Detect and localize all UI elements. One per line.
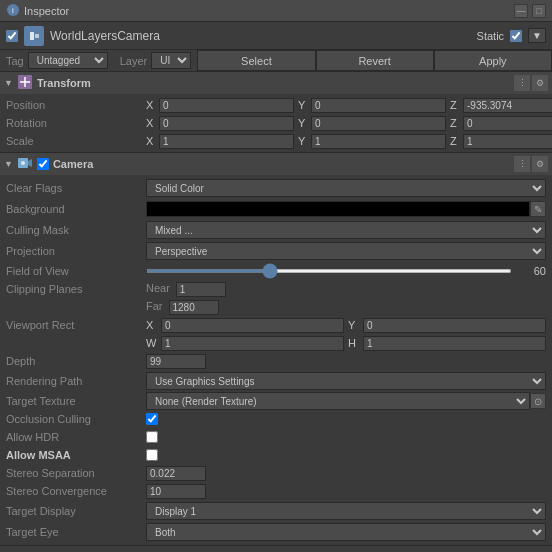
rotation-z-input[interactable] xyxy=(463,116,552,131)
maximize-button[interactable]: □ xyxy=(532,4,546,18)
rendering-path-label: Rendering Path xyxy=(6,375,146,387)
viewport-xy-row: Viewport Rect X Y xyxy=(6,316,546,334)
stereo-sep-input[interactable] xyxy=(146,466,206,481)
transform-section: ▼ Transform ⋮ ⚙ Position X Y xyxy=(0,72,552,153)
camera-settings-icon[interactable]: ⋮ xyxy=(514,156,530,172)
rotation-x-field: X xyxy=(146,116,294,131)
position-label: Position xyxy=(6,99,146,111)
object-header: WorldLayersCamera Static ▼ xyxy=(0,22,552,50)
svg-point-10 xyxy=(21,161,25,165)
fov-slider-container: 60 xyxy=(146,265,546,277)
object-name: WorldLayersCamera xyxy=(50,29,471,43)
viewport-w-input[interactable] xyxy=(161,336,344,351)
stereo-sep-label: Stereo Separation xyxy=(6,467,146,479)
transform-gear-icon[interactable]: ⚙ xyxy=(532,75,548,91)
occlusion-culling-checkbox[interactable] xyxy=(146,413,158,425)
layer-select[interactable]: UI xyxy=(151,52,191,69)
rendering-path-select[interactable]: Use Graphics Settings xyxy=(146,372,546,390)
position-y-input[interactable] xyxy=(311,98,446,113)
clear-flags-row: Clear Flags Solid Color xyxy=(0,178,552,198)
tag-select[interactable]: Untagged xyxy=(28,52,108,69)
viewport-xy-fields: X Y xyxy=(146,318,546,333)
svg-rect-3 xyxy=(30,32,34,40)
culling-mask-select[interactable]: Mixed ... xyxy=(146,221,546,239)
revert-button[interactable]: Revert xyxy=(316,50,434,71)
object-icon xyxy=(24,26,44,46)
viewport-y-input[interactable] xyxy=(363,318,546,333)
background-swatch-container: ✎ xyxy=(146,201,546,217)
occlusion-culling-row: Occlusion Culling xyxy=(0,410,552,428)
viewport-w-field: W xyxy=(146,336,344,351)
clipping-near-row: Clipping Planes Near xyxy=(0,280,552,298)
scale-z-input[interactable] xyxy=(463,134,552,149)
background-color-edit-button[interactable]: ✎ xyxy=(530,201,546,217)
transform-section-header[interactable]: ▼ Transform ⋮ ⚙ xyxy=(0,72,552,94)
position-z-input[interactable] xyxy=(463,98,552,113)
rotation-x-input[interactable] xyxy=(159,116,294,131)
target-texture-pick-button[interactable]: ⊙ xyxy=(530,393,546,409)
apply-button[interactable]: Apply xyxy=(434,50,552,71)
clipping-far-row: Far xyxy=(0,298,552,316)
target-texture-row: Target Texture None (Render Texture) ⊙ xyxy=(0,392,552,410)
viewport-x-input[interactable] xyxy=(161,318,344,333)
rotation-y-field: Y xyxy=(298,116,446,131)
static-checkbox[interactable] xyxy=(510,30,522,42)
camera-title: Camera xyxy=(53,158,93,170)
position-z-axis: Z xyxy=(450,99,460,111)
far-clip-sub: Far xyxy=(146,300,546,315)
select-button[interactable]: Select xyxy=(197,50,315,71)
background-color-swatch[interactable] xyxy=(146,201,530,217)
rotation-label: Rotation xyxy=(6,117,146,129)
depth-input[interactable] xyxy=(146,354,206,369)
clear-flags-select[interactable]: Solid Color xyxy=(146,179,546,197)
static-dropdown-button[interactable]: ▼ xyxy=(528,28,546,43)
scale-x-input[interactable] xyxy=(159,134,294,149)
transform-settings-icon[interactable]: ⋮ xyxy=(514,75,530,91)
rotation-z-field: Z xyxy=(450,116,552,131)
transform-title: Transform xyxy=(37,77,91,89)
fov-label: Field of View xyxy=(6,265,146,277)
camera-enabled-checkbox[interactable] xyxy=(37,158,49,170)
tag-field: Tag Untagged xyxy=(0,52,114,69)
projection-select[interactable]: Perspective xyxy=(146,242,546,260)
near-input[interactable] xyxy=(176,282,226,297)
viewport-y-field: Y xyxy=(348,318,546,333)
background-row: Background ✎ xyxy=(0,199,552,219)
far-input[interactable] xyxy=(169,300,219,315)
scale-x-axis: X xyxy=(146,135,156,147)
title-bar: i Inspector — □ xyxy=(0,0,552,22)
camera-fold-arrow: ▼ xyxy=(4,159,13,169)
camera-header-icons: ⋮ ⚙ xyxy=(514,156,548,172)
clipping-planes-label: Clipping Planes xyxy=(6,283,146,295)
static-label: Static xyxy=(477,30,505,42)
layer-label: Layer xyxy=(120,55,148,67)
near-clip-sub: Near xyxy=(146,282,546,297)
stereo-conv-input[interactable] xyxy=(146,484,206,499)
fov-slider[interactable] xyxy=(146,269,512,273)
camera-icon xyxy=(17,155,33,173)
camera-section-header[interactable]: ▼ Camera ⋮ ⚙ xyxy=(0,153,552,175)
depth-row: Depth xyxy=(0,352,552,370)
position-x-axis: X xyxy=(146,99,156,111)
title-bar-label: Inspector xyxy=(24,5,69,17)
target-texture-label: Target Texture xyxy=(6,395,146,407)
scale-y-input[interactable] xyxy=(311,134,446,149)
rotation-y-input[interactable] xyxy=(311,116,446,131)
rotation-row: Rotation X Y Z xyxy=(0,114,552,132)
position-row: Position X Y Z xyxy=(0,96,552,114)
transform-section-body: Position X Y Z Rotation X xyxy=(0,94,552,152)
viewport-wh-row: W H xyxy=(6,334,546,352)
camera-gear-icon[interactable]: ⚙ xyxy=(532,156,548,172)
position-x-input[interactable] xyxy=(159,98,294,113)
allow-msaa-checkbox[interactable] xyxy=(146,449,158,461)
far-label: Far xyxy=(146,300,163,315)
allow-hdr-checkbox[interactable] xyxy=(146,431,158,443)
target-display-select[interactable]: Display 1 xyxy=(146,502,546,520)
target-texture-select[interactable]: None (Render Texture) xyxy=(146,392,530,410)
target-eye-select[interactable]: Both xyxy=(146,523,546,541)
near-label: Near xyxy=(146,282,170,297)
viewport-h-input[interactable] xyxy=(363,336,546,351)
active-checkbox[interactable] xyxy=(6,30,18,42)
minimize-button[interactable]: — xyxy=(514,4,528,18)
culling-mask-row: Culling Mask Mixed ... xyxy=(0,220,552,240)
